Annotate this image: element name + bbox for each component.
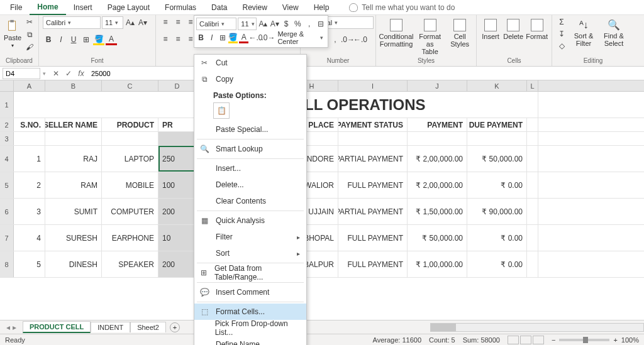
name-box[interactable]	[3, 68, 40, 79]
cell-6-D[interactable]: 200	[158, 199, 196, 224]
cell-4-A[interactable]: 1	[14, 146, 45, 172]
view-page-layout-button[interactable]	[520, 336, 531, 344]
mini-format-painter-icon[interactable]: ⊟	[316, 18, 326, 30]
font-name-select[interactable]: Calibri▾	[43, 16, 101, 29]
sheet-nav-next-icon[interactable]: ▸	[13, 323, 16, 332]
border-button[interactable]: ⊞	[80, 34, 92, 45]
ctx-copy[interactable]: ⧉Copy	[194, 71, 306, 87]
ctx-paste-special[interactable]: Paste Special...	[194, 121, 306, 138]
cell-6-A[interactable]: 3	[14, 199, 45, 224]
worksheet-grid[interactable]: ABCDFGHIJKL 1ELL OPERATIONS2S.NO.SELLER …	[0, 80, 644, 333]
cell-5-A[interactable]: 2	[14, 172, 45, 198]
cell-4-L[interactable]	[527, 146, 538, 172]
cell[interactable]	[527, 132, 538, 145]
underline-button[interactable]: U	[68, 34, 79, 45]
fill-color-button[interactable]: 🪣	[93, 34, 104, 45]
cell-7-K[interactable]: ₹ 0.00	[467, 225, 527, 251]
sheet-tab-product-cell[interactable]: PRODUCT CELL	[23, 321, 91, 333]
mini-size-select[interactable]: 11▾	[238, 18, 257, 30]
decrease-decimal-icon[interactable]: ←.0	[355, 34, 366, 45]
font-color-button[interactable]: A	[106, 34, 117, 45]
sheet-nav-prev-icon[interactable]: ◂	[6, 323, 10, 332]
mini-font-color-icon[interactable]: A	[239, 32, 248, 43]
row-header-5[interactable]: 5	[0, 172, 14, 198]
cell-6-C[interactable]: COMPUTER	[102, 199, 158, 224]
mini-merge-button[interactable]: Merge & Center▾	[275, 31, 326, 44]
ctx-filter[interactable]: Filter▸	[194, 229, 306, 245]
cell-4-I[interactable]: PARTIAL PAYMENT	[338, 146, 408, 172]
row-header-3[interactable]: 3	[0, 132, 14, 145]
ctx-delete[interactable]: Delete...	[194, 177, 306, 193]
col-header-B[interactable]: B	[45, 80, 102, 91]
header-J[interactable]: PAYMENT	[408, 118, 467, 131]
ctx-define-name[interactable]: Define Name...	[194, 336, 306, 345]
cell[interactable]	[338, 132, 408, 145]
cut-icon[interactable]: ✂	[24, 16, 35, 28]
fill-icon[interactable]: ↧	[556, 28, 567, 40]
cell-4-K[interactable]: ₹ 50,000.00	[467, 146, 527, 172]
align-middle-icon[interactable]: ≡	[172, 16, 184, 28]
zoom-out-button[interactable]: −	[552, 336, 555, 344]
cell[interactable]	[158, 132, 196, 145]
tab-review[interactable]: Review	[235, 1, 274, 14]
row-header-7[interactable]: 7	[0, 225, 14, 251]
mini-accounting-icon[interactable]: $	[281, 18, 291, 30]
cell-7-D[interactable]: 10	[158, 225, 196, 251]
header-A[interactable]: S.NO.	[14, 118, 45, 131]
mini-bold-icon[interactable]: B	[196, 32, 206, 43]
ctx-insert-comment[interactable]: 💬Insert Comment	[194, 284, 306, 300]
cell[interactable]	[45, 132, 102, 145]
cell-7-A[interactable]: 4	[14, 225, 45, 251]
col-header-I[interactable]: I	[338, 80, 408, 91]
bold-button[interactable]: B	[43, 34, 54, 45]
cell-styles-button[interactable]: Cell Styles	[447, 16, 472, 48]
align-left-icon[interactable]: ≡	[160, 33, 171, 45]
header-K[interactable]: DUE PAYMENT	[467, 118, 527, 131]
header-I[interactable]: PAYMENT STATUS	[338, 118, 408, 131]
row-header-4[interactable]: 4	[0, 146, 14, 172]
mini-decrease-font-icon[interactable]: A▾	[270, 18, 280, 30]
col-header-D[interactable]: D	[158, 80, 196, 91]
zoom-slider[interactable]	[559, 339, 609, 341]
tab-formulas[interactable]: Formulas	[157, 1, 204, 14]
cell-5-I[interactable]: FULL PAYMENT	[338, 172, 408, 198]
tab-page-layout[interactable]: Page Layout	[100, 1, 157, 14]
horizontal-scrollbar[interactable]	[430, 323, 644, 332]
namebox-dropdown-icon[interactable]: ▾	[43, 70, 46, 77]
ctx-insert[interactable]: Insert...	[194, 160, 306, 177]
cell-8-I[interactable]: FULL PAYMENT	[338, 251, 408, 277]
ctx-clear-contents[interactable]: Clear Contents	[194, 193, 306, 209]
mini-font-select[interactable]: Calibri▾	[196, 18, 236, 30]
ctx-get-data[interactable]: ⊞Get Data from Table/Range...	[194, 265, 306, 281]
cell-7-I[interactable]: FULL PAYMENT	[338, 225, 408, 251]
row-header-6[interactable]: 6	[0, 199, 14, 224]
copy-icon[interactable]: ⧉	[24, 29, 35, 40]
cell-8-J[interactable]: ₹ 1,00,000.00	[408, 251, 467, 277]
comma-format-icon[interactable]: ,	[330, 34, 341, 45]
row-header-8[interactable]: 8	[0, 251, 14, 277]
tell-me-search[interactable]: Tell me what you want to do	[349, 3, 455, 12]
cell[interactable]	[467, 132, 527, 145]
ctx-pick-dropdown[interactable]: Pick From Drop-down List...	[194, 320, 306, 336]
cell-5-C[interactable]: MOBILE	[102, 172, 158, 198]
conditional-formatting-button[interactable]: Conditional Formatting	[380, 16, 413, 48]
cell-6-I[interactable]: PARTIAL PAYMENT	[338, 199, 408, 224]
ctx-cut[interactable]: ✂Cut	[194, 55, 306, 71]
delete-cells-button[interactable]: Delete	[503, 16, 523, 40]
cell-8-K[interactable]: ₹ 0.00	[467, 251, 527, 277]
cell-8-A[interactable]: 5	[14, 251, 45, 277]
cell-5-J[interactable]: ₹ 2,00,000.00	[408, 172, 467, 198]
increase-font-icon[interactable]: A▴	[125, 17, 136, 28]
italic-button[interactable]: I	[55, 34, 67, 45]
cell[interactable]	[102, 132, 158, 145]
format-as-table-button[interactable]: Format as Table	[415, 16, 445, 55]
cell-5-B[interactable]: RAM	[45, 172, 102, 198]
mini-comma-icon[interactable]: ,	[304, 18, 314, 30]
cell[interactable]	[408, 132, 467, 145]
cell-5-D[interactable]: 100	[158, 172, 196, 198]
format-painter-icon[interactable]: 🖌	[24, 41, 35, 53]
cell-6-B[interactable]: SUMIT	[45, 199, 102, 224]
new-sheet-button[interactable]: +	[170, 322, 180, 332]
cell-4-J[interactable]: ₹ 2,00,000.00	[408, 146, 467, 172]
mini-percent-icon[interactable]: %	[292, 18, 303, 30]
